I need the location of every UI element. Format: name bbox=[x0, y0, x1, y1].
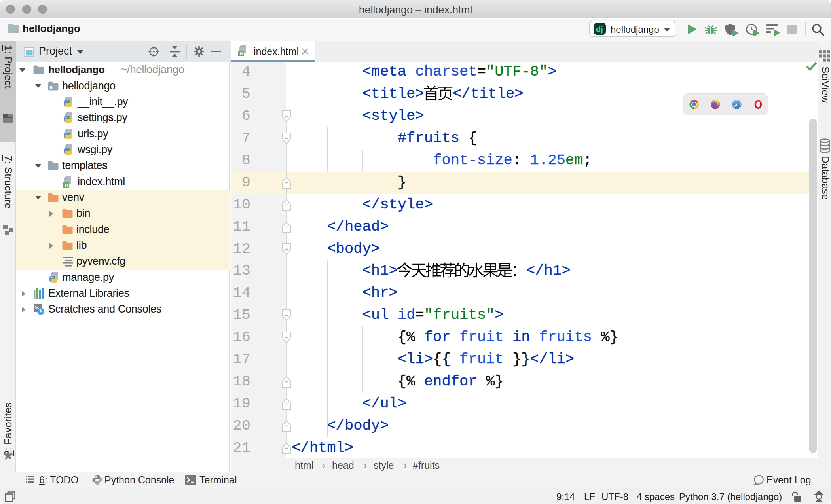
svg-text:H: H bbox=[240, 51, 243, 56]
